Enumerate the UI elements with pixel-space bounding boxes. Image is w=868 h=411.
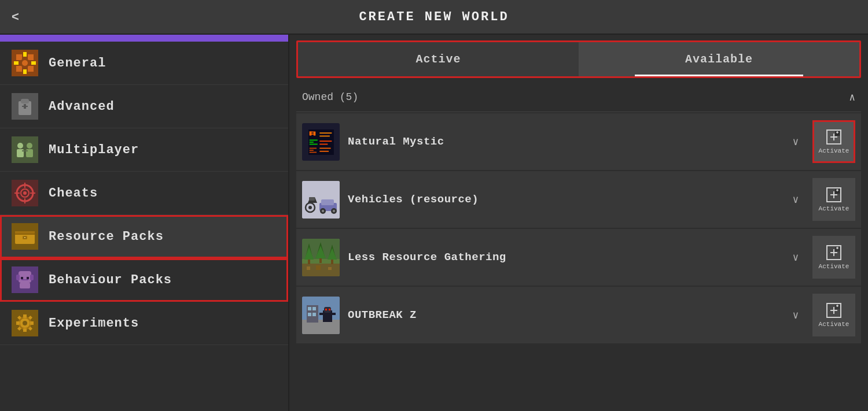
svg-point-90: [333, 210, 335, 212]
svg-point-82: [308, 206, 312, 209]
section-header-label: Owned (5): [302, 91, 358, 103]
activate-icon-natural-mystic: [826, 129, 842, 145]
svg-rect-6: [23, 69, 27, 74]
pack-item-natural-mystic: Natural Mystic ∨ Activate: [296, 113, 861, 170]
svg-rect-121: [308, 307, 311, 310]
sidebar-top-bar: [0, 35, 288, 42]
svg-rect-4: [31, 61, 36, 65]
svg-rect-44: [20, 283, 30, 288]
svg-rect-108: [331, 260, 333, 264]
svg-rect-61: [314, 131, 316, 135]
activate-button-less-resource[interactable]: Activate: [812, 236, 855, 279]
svg-rect-21: [22, 150, 28, 151]
cheats-icon: [12, 180, 38, 206]
sidebar-label-resource-packs: Resource Packs: [49, 229, 164, 244]
svg-rect-59: [310, 131, 314, 132]
pack-expand-outbreak-z[interactable]: ∨: [787, 309, 804, 321]
sidebar-item-general[interactable]: General: [0, 42, 288, 85]
pack-expand-vehicles[interactable]: ∨: [787, 193, 804, 206]
svg-point-10: [22, 60, 28, 66]
svg-rect-8: [14, 61, 19, 65]
sidebar-item-resource-packs[interactable]: Resource Packs: [0, 215, 288, 258]
svg-rect-111: [328, 267, 332, 270]
sidebar-item-experiments[interactable]: Experiments: [0, 302, 288, 345]
pack-item-outbreak-z: OUTBREAK Z ∨ Activate: [296, 287, 861, 343]
vehicles-thumbnail: [302, 181, 340, 219]
sidebar-item-behaviour-packs[interactable]: Behaviour Packs: [0, 258, 288, 302]
svg-rect-110: [316, 265, 321, 270]
svg-rect-41: [21, 277, 23, 279]
svg-rect-68: [319, 132, 332, 134]
multiplayer-icon: [12, 136, 38, 163]
sidebar-label-experiments: Experiments: [49, 316, 139, 331]
svg-rect-129: [319, 313, 324, 315]
activate-label-less-resource: Activate: [819, 263, 849, 270]
page-title: CREATE NEW WORLD: [359, 10, 509, 24]
main-layout: General Advanced: [0, 35, 868, 411]
outbreak-thumbnail: [302, 297, 340, 334]
activate-button-vehicles[interactable]: Activate: [812, 178, 855, 221]
sidebar-label-behaviour-packs: Behaviour Packs: [49, 273, 172, 287]
tab-available[interactable]: Available: [579, 42, 859, 76]
svg-rect-3: [28, 54, 34, 60]
sidebar-label-cheats: Cheats: [49, 186, 98, 201]
pack-thumb-natural-mystic: [302, 123, 340, 161]
svg-rect-124: [312, 313, 316, 316]
natural-mystic-thumbnail: [302, 123, 340, 161]
svg-rect-42: [27, 277, 29, 279]
pack-list: Owned (5) ∧: [289, 78, 868, 411]
activate-button-outbreak-z[interactable]: Activate: [812, 294, 855, 336]
pack-expand-less-resource[interactable]: ∨: [787, 251, 804, 264]
pack-thumb-outbreak-z: [302, 297, 340, 334]
svg-rect-38: [19, 271, 31, 283]
svg-rect-69: [319, 135, 330, 136]
svg-rect-102: [308, 260, 310, 264]
svg-point-89: [322, 210, 324, 212]
svg-rect-70: [319, 140, 332, 142]
svg-rect-86: [321, 199, 334, 205]
svg-rect-84: [309, 197, 315, 201]
svg-rect-130: [331, 313, 336, 315]
pack-item-less-resource: Less Resource Gathering ∨ Activate: [296, 229, 861, 286]
advanced-icon: [12, 93, 38, 120]
svg-rect-122: [312, 307, 316, 310]
svg-rect-36: [24, 237, 25, 238]
sidebar-label-advanced: Advanced: [49, 99, 115, 114]
pack-thumb-vehicles: [302, 181, 340, 219]
sidebar-item-advanced[interactable]: Advanced: [0, 85, 288, 128]
svg-point-19: [27, 143, 32, 149]
activate-label-natural-mystic: Activate: [819, 147, 849, 154]
svg-rect-64: [310, 143, 318, 145]
sidebar-label-general: General: [49, 56, 106, 71]
activate-button-natural-mystic[interactable]: Activate: [812, 120, 855, 163]
svg-point-17: [17, 143, 23, 149]
tab-bar: Active Available: [296, 40, 861, 78]
svg-rect-49: [23, 328, 27, 332]
behaviour-packs-icon: [12, 266, 38, 293]
svg-rect-63: [310, 142, 314, 143]
svg-rect-13: [21, 99, 29, 103]
svg-rect-105: [319, 258, 322, 263]
back-button[interactable]: <: [12, 9, 19, 24]
svg-rect-67: [310, 151, 317, 153]
chevron-up-icon: ∧: [849, 91, 855, 103]
svg-rect-2: [23, 52, 27, 57]
svg-rect-128: [329, 309, 330, 310]
svg-rect-7: [16, 66, 22, 72]
activate-label-vehicles: Activate: [819, 205, 849, 212]
sidebar-item-cheats[interactable]: Cheats: [0, 172, 288, 215]
sidebar-item-multiplayer[interactable]: Multiplayer: [0, 128, 288, 172]
svg-rect-123: [308, 313, 311, 316]
pack-name-vehicles: Vehicles (resource): [348, 193, 779, 206]
svg-point-47: [23, 321, 27, 325]
pack-expand-natural-mystic[interactable]: ∨: [787, 135, 804, 148]
right-panel: Active Available Owned (5) ∧: [289, 35, 868, 411]
svg-rect-71: [319, 143, 328, 145]
svg-rect-65: [310, 147, 317, 149]
svg-rect-72: [319, 147, 330, 149]
svg-rect-43: [21, 279, 28, 280]
less-resource-thumbnail: [302, 239, 340, 276]
section-header-owned[interactable]: Owned (5) ∧: [296, 83, 861, 112]
tab-active[interactable]: Active: [298, 42, 579, 76]
svg-rect-15: [24, 104, 26, 109]
